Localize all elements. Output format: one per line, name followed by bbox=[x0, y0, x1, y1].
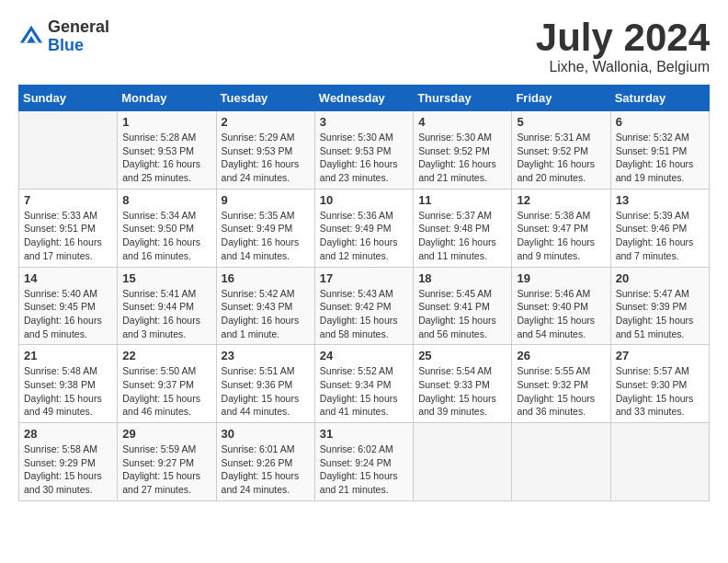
calendar-cell: 17Sunrise: 5:43 AM Sunset: 9:42 PM Dayli… bbox=[314, 267, 413, 345]
day-content: Sunrise: 5:33 AM Sunset: 9:51 PM Dayligh… bbox=[24, 209, 112, 263]
day-content: Sunrise: 5:28 AM Sunset: 9:53 PM Dayligh… bbox=[122, 131, 210, 185]
day-number: 7 bbox=[24, 193, 112, 207]
day-number: 10 bbox=[320, 193, 408, 207]
day-content: Sunrise: 5:31 AM Sunset: 9:52 PM Dayligh… bbox=[517, 131, 605, 185]
day-number: 20 bbox=[616, 271, 704, 285]
week-row-3: 14Sunrise: 5:40 AM Sunset: 9:45 PM Dayli… bbox=[19, 267, 710, 345]
calendar-cell: 5Sunrise: 5:31 AM Sunset: 9:52 PM Daylig… bbox=[512, 111, 610, 190]
day-content: Sunrise: 5:38 AM Sunset: 9:47 PM Dayligh… bbox=[517, 209, 605, 263]
header-row: SundayMondayTuesdayWednesdayThursdayFrid… bbox=[19, 86, 710, 111]
calendar-cell: 29Sunrise: 5:59 AM Sunset: 9:27 PM Dayli… bbox=[118, 423, 216, 501]
calendar-cell: 30Sunrise: 6:01 AM Sunset: 9:26 PM Dayli… bbox=[216, 423, 314, 501]
calendar-cell bbox=[512, 423, 610, 501]
day-number: 23 bbox=[222, 349, 310, 362]
day-number: 25 bbox=[418, 349, 506, 362]
day-header-friday: Friday bbox=[512, 86, 610, 111]
day-content: Sunrise: 5:52 AM Sunset: 9:34 PM Dayligh… bbox=[320, 364, 408, 419]
calendar-cell: 18Sunrise: 5:45 AM Sunset: 9:41 PM Dayli… bbox=[414, 267, 512, 345]
day-content: Sunrise: 5:51 AM Sunset: 9:36 PM Dayligh… bbox=[222, 364, 310, 419]
day-content: Sunrise: 5:45 AM Sunset: 9:41 PM Dayligh… bbox=[418, 287, 506, 341]
day-number: 3 bbox=[320, 115, 408, 129]
calendar-cell: 11Sunrise: 5:37 AM Sunset: 9:48 PM Dayli… bbox=[414, 189, 512, 267]
calendar-cell: 10Sunrise: 5:36 AM Sunset: 9:49 PM Dayli… bbox=[314, 189, 413, 267]
logo: General Blue bbox=[18, 18, 109, 55]
day-content: Sunrise: 5:41 AM Sunset: 9:44 PM Dayligh… bbox=[122, 287, 210, 341]
day-number: 28 bbox=[24, 427, 112, 441]
location: Lixhe, Wallonia, Belgium bbox=[536, 59, 710, 75]
day-number: 17 bbox=[320, 271, 408, 285]
day-content: Sunrise: 5:36 AM Sunset: 9:49 PM Dayligh… bbox=[320, 209, 408, 263]
day-number: 2 bbox=[222, 115, 310, 129]
day-header-wednesday: Wednesday bbox=[314, 86, 413, 111]
calendar-cell: 28Sunrise: 5:58 AM Sunset: 9:29 PM Dayli… bbox=[19, 423, 118, 501]
week-row-4: 21Sunrise: 5:48 AM Sunset: 9:38 PM Dayli… bbox=[19, 345, 710, 423]
calendar-cell: 19Sunrise: 5:46 AM Sunset: 9:40 PM Dayli… bbox=[512, 267, 610, 345]
calendar-cell: 3Sunrise: 5:30 AM Sunset: 9:53 PM Daylig… bbox=[314, 111, 413, 190]
day-number: 27 bbox=[616, 349, 704, 362]
calendar-cell: 20Sunrise: 5:47 AM Sunset: 9:39 PM Dayli… bbox=[610, 267, 709, 345]
day-content: Sunrise: 5:50 AM Sunset: 9:37 PM Dayligh… bbox=[122, 364, 210, 419]
day-number: 13 bbox=[616, 193, 704, 207]
calendar-cell: 15Sunrise: 5:41 AM Sunset: 9:44 PM Dayli… bbox=[118, 267, 216, 345]
calendar-cell: 21Sunrise: 5:48 AM Sunset: 9:38 PM Dayli… bbox=[19, 345, 118, 423]
day-header-monday: Monday bbox=[118, 86, 216, 111]
day-content: Sunrise: 5:47 AM Sunset: 9:39 PM Dayligh… bbox=[616, 287, 704, 341]
calendar-cell: 27Sunrise: 5:57 AM Sunset: 9:30 PM Dayli… bbox=[610, 345, 709, 423]
day-header-saturday: Saturday bbox=[610, 86, 709, 111]
logo-icon bbox=[18, 24, 44, 50]
logo-text: General Blue bbox=[48, 18, 109, 55]
day-number: 22 bbox=[122, 349, 210, 362]
week-row-5: 28Sunrise: 5:58 AM Sunset: 9:29 PM Dayli… bbox=[19, 423, 710, 501]
day-content: Sunrise: 5:30 AM Sunset: 9:52 PM Dayligh… bbox=[418, 131, 506, 185]
day-number: 4 bbox=[418, 115, 506, 129]
day-number: 31 bbox=[320, 427, 408, 441]
header: General Blue July 2024 Lixhe, Wallonia, … bbox=[18, 18, 710, 75]
day-number: 15 bbox=[122, 271, 210, 285]
day-number: 1 bbox=[122, 115, 210, 129]
day-number: 12 bbox=[517, 193, 605, 207]
calendar-cell: 12Sunrise: 5:38 AM Sunset: 9:47 PM Dayli… bbox=[512, 189, 610, 267]
week-row-1: 1Sunrise: 5:28 AM Sunset: 9:53 PM Daylig… bbox=[19, 111, 710, 190]
day-number: 21 bbox=[24, 349, 112, 362]
day-content: Sunrise: 5:40 AM Sunset: 9:45 PM Dayligh… bbox=[24, 287, 112, 341]
day-header-sunday: Sunday bbox=[19, 86, 118, 111]
day-content: Sunrise: 6:01 AM Sunset: 9:26 PM Dayligh… bbox=[222, 442, 310, 497]
day-number: 19 bbox=[517, 271, 605, 285]
day-number: 9 bbox=[222, 193, 310, 207]
day-content: Sunrise: 5:46 AM Sunset: 9:40 PM Dayligh… bbox=[517, 287, 605, 341]
calendar-cell bbox=[414, 423, 512, 501]
calendar-cell: 14Sunrise: 5:40 AM Sunset: 9:45 PM Dayli… bbox=[19, 267, 118, 345]
day-number: 29 bbox=[122, 427, 210, 441]
day-number: 5 bbox=[517, 115, 605, 129]
day-content: Sunrise: 5:57 AM Sunset: 9:30 PM Dayligh… bbox=[616, 364, 704, 419]
day-content: Sunrise: 5:54 AM Sunset: 9:33 PM Dayligh… bbox=[418, 364, 506, 419]
day-number: 16 bbox=[222, 271, 310, 285]
calendar-cell: 25Sunrise: 5:54 AM Sunset: 9:33 PM Dayli… bbox=[414, 345, 512, 423]
calendar-cell: 26Sunrise: 5:55 AM Sunset: 9:32 PM Dayli… bbox=[512, 345, 610, 423]
day-number: 11 bbox=[418, 193, 506, 207]
day-content: Sunrise: 5:34 AM Sunset: 9:50 PM Dayligh… bbox=[122, 209, 210, 263]
day-content: Sunrise: 5:42 AM Sunset: 9:43 PM Dayligh… bbox=[222, 287, 310, 341]
calendar-cell: 8Sunrise: 5:34 AM Sunset: 9:50 PM Daylig… bbox=[118, 189, 216, 267]
day-number: 24 bbox=[320, 349, 408, 362]
week-row-2: 7Sunrise: 5:33 AM Sunset: 9:51 PM Daylig… bbox=[19, 189, 710, 267]
calendar-cell: 1Sunrise: 5:28 AM Sunset: 9:53 PM Daylig… bbox=[118, 111, 216, 190]
day-number: 14 bbox=[24, 271, 112, 285]
day-content: Sunrise: 5:59 AM Sunset: 9:27 PM Dayligh… bbox=[122, 442, 210, 497]
day-number: 26 bbox=[517, 349, 605, 362]
calendar-cell: 13Sunrise: 5:39 AM Sunset: 9:46 PM Dayli… bbox=[610, 189, 709, 267]
calendar-cell: 6Sunrise: 5:32 AM Sunset: 9:51 PM Daylig… bbox=[610, 111, 709, 190]
calendar-table: SundayMondayTuesdayWednesdayThursdayFrid… bbox=[18, 85, 710, 501]
day-header-tuesday: Tuesday bbox=[216, 86, 314, 111]
day-number: 18 bbox=[418, 271, 506, 285]
day-content: Sunrise: 5:32 AM Sunset: 9:51 PM Dayligh… bbox=[616, 131, 704, 185]
day-content: Sunrise: 5:43 AM Sunset: 9:42 PM Dayligh… bbox=[320, 287, 408, 341]
calendar-cell: 31Sunrise: 6:02 AM Sunset: 9:24 PM Dayli… bbox=[314, 423, 413, 501]
day-content: Sunrise: 5:55 AM Sunset: 9:32 PM Dayligh… bbox=[517, 364, 605, 419]
day-header-thursday: Thursday bbox=[414, 86, 512, 111]
calendar-cell: 24Sunrise: 5:52 AM Sunset: 9:34 PM Dayli… bbox=[314, 345, 413, 423]
logo-general-label: General bbox=[48, 18, 109, 37]
day-number: 8 bbox=[122, 193, 210, 207]
day-content: Sunrise: 5:37 AM Sunset: 9:48 PM Dayligh… bbox=[418, 209, 506, 263]
calendar-cell bbox=[19, 111, 118, 190]
